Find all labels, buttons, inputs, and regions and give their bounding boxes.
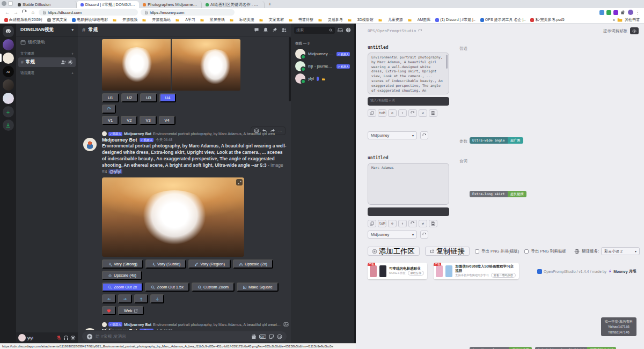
- avatar[interactable]: [83, 328, 97, 330]
- prompt-textarea[interactable]: Environmental portrait photography, by M…: [368, 53, 449, 94]
- tool-button[interactable]: [408, 109, 417, 117]
- threads-icon[interactable]: [254, 27, 259, 33]
- reroll-button[interactable]: [102, 105, 116, 114]
- avatar[interactable]: [18, 334, 26, 341]
- sidebar-item-events[interactable]: 组织活动: [16, 36, 78, 48]
- upscale-button[interactable]: U3: [140, 93, 157, 102]
- ad-button[interactable]: 课程分享: [408, 271, 425, 276]
- ad-button[interactable]: 查看二维码加群: [491, 273, 516, 278]
- bookmark-item[interactable]: A学习: [175, 17, 195, 23]
- mention[interactable]: @ylyl: [108, 169, 122, 174]
- download-apps-button[interactable]: [3, 120, 14, 131]
- bookmark-item[interactable]: 私·完美参考.psd5: [530, 17, 564, 23]
- bookmark-item[interactable]: OPS 提示词工具 名企 |..: [480, 17, 525, 23]
- channel-item-general[interactable]: # 常规: [18, 57, 76, 67]
- extension-icon[interactable]: [613, 10, 618, 15]
- server-avatar[interactable]: [3, 79, 14, 91]
- bookmark-item[interactable]: 儿童资源: [378, 17, 403, 23]
- expand-image-icon[interactable]: [236, 179, 243, 185]
- attach-plus-icon[interactable]: [86, 333, 93, 340]
- back-button[interactable]: ←: [4, 10, 10, 15]
- server-header[interactable]: DONGJIAN视觉 ▾: [16, 24, 78, 36]
- pan-arrow-button[interactable]: [150, 294, 164, 303]
- tool-button[interactable]: ↑: [398, 109, 407, 117]
- reply-reference[interactable]: ✓机器人 Midjourney Bot Environmental portra…: [102, 322, 289, 327]
- inbox-icon[interactable]: [338, 27, 343, 33]
- translate-select[interactable]: 彩云小译 2▾: [601, 247, 640, 255]
- other-bookmarks[interactable]: 其他书签: [625, 17, 640, 23]
- prompt-tag[interactable]: An ethereal scene 空灵的场景: [470, 347, 532, 349]
- grid-image-left[interactable]: [102, 39, 171, 91]
- browser-tab[interactable]: AI绘画社区关键词名作 - 飞书云: [202, 1, 265, 8]
- member-row[interactable]: niji・journey … ✓ 机器人: [291, 60, 354, 72]
- midjourney-action-button[interactable]: Vary (Subtle): [145, 259, 186, 269]
- message-author[interactable]: Midjourney Bot: [102, 328, 137, 330]
- chat-scrollbar[interactable]: [289, 37, 291, 101]
- bookmark-item[interactable]: 开源视频: [113, 17, 137, 23]
- member-row[interactable]: Midjourney Bot ✓ 机器人: [291, 48, 354, 60]
- midjourney-result-image[interactable]: [102, 177, 244, 257]
- tool-button[interactable]: [429, 220, 437, 227]
- tool-button[interactable]: ⇄: [419, 220, 427, 227]
- bookmark-item[interactable]: 竖屏壁纸: [200, 17, 225, 23]
- extension-icon[interactable]: [606, 10, 611, 15]
- user-settings-icon[interactable]: [70, 335, 76, 340]
- prompt-tag[interactable]: Extra-long skirt 超长裙摆: [470, 191, 526, 197]
- bookmark-item[interactable]: 文案素材: [259, 17, 284, 23]
- midjourney-action-button[interactable]: Vary (Region): [188, 259, 231, 269]
- invite-icon[interactable]: [61, 60, 66, 65]
- parameter-tag[interactable]: Ultra-wide angle 超广角: [470, 137, 523, 144]
- upscale-button[interactable]: U2: [121, 93, 138, 102]
- card-title[interactable]: untitled: [368, 155, 449, 160]
- url-field-right[interactable]: https://moonvy.com: [141, 9, 235, 16]
- search-input[interactable]: 搜索: [294, 27, 335, 34]
- message-author[interactable]: Midjourney Bot: [102, 137, 137, 143]
- bookmarks-overflow-chevron[interactable]: »: [613, 18, 615, 22]
- checkbox[interactable]: [524, 249, 529, 254]
- server-avatar[interactable]: [3, 53, 14, 64]
- tool-button[interactable]: [408, 220, 417, 227]
- toggle-visibility-button[interactable]: [630, 27, 639, 34]
- midjourney-zoom-button[interactable]: Custom Zoom: [192, 283, 235, 292]
- new-tab-button[interactable]: +: [267, 1, 273, 8]
- add-server-button[interactable]: +: [3, 106, 14, 117]
- extensions-puzzle-icon[interactable]: [620, 10, 626, 15]
- midjourney-action-button[interactable]: Upscale (2x): [233, 259, 273, 269]
- tool-button[interactable]: ⇄: [419, 109, 427, 117]
- ad-banner[interactable]: 广告 加微信avc368拉入SD绘画教程学习交流群 支持手机和电脑端同步学习 查…: [434, 263, 519, 279]
- midjourney-zoom-button[interactable]: Make Square: [237, 283, 279, 292]
- bookmark-item[interactable]: 古风文案: [47, 17, 67, 23]
- gif-picker-icon[interactable]: GIF: [259, 335, 266, 339]
- tool-button[interactable]: toM: [378, 220, 386, 227]
- help-icon[interactable]: [346, 27, 351, 33]
- reload-button[interactable]: [21, 10, 27, 15]
- web-button[interactable]: Web: [118, 306, 144, 315]
- sync-icon[interactable]: [418, 29, 422, 33]
- refresh-engine-button[interactable]: [420, 231, 428, 239]
- add-channel-icon[interactable]: +: [71, 52, 74, 56]
- refresh-engine-button[interactable]: [420, 131, 428, 139]
- grid-image-right[interactable]: [172, 39, 240, 91]
- midjourney-action-button[interactable]: Upscale (4x): [102, 271, 142, 280]
- favorite-button[interactable]: [102, 306, 116, 315]
- variation-button[interactable]: V3: [140, 116, 156, 125]
- moonvy-brand[interactable]: Moonvy 月维: [608, 269, 636, 274]
- home-button[interactable]: ⌂: [30, 10, 36, 15]
- variation-button[interactable]: V4: [159, 116, 175, 125]
- bookmark-item[interactable]: 开源视频站: [142, 17, 171, 23]
- pan-arrow-button[interactable]: [134, 294, 148, 303]
- ad-banner[interactable]: 广告 可变现的电影感副业 MUKE工作室 课程分享: [368, 263, 427, 279]
- member-list-icon[interactable]: [281, 27, 287, 33]
- pan-arrow-button[interactable]: [118, 294, 132, 303]
- bookmark-item[interactable]: 白嫖视频教程20G时: [4, 17, 42, 23]
- member-row[interactable]: ylyl: [291, 72, 354, 85]
- tool-button[interactable]: ⊘: [388, 109, 397, 117]
- negative-bar[interactable]: [368, 207, 449, 216]
- engine-select[interactable]: Midjourney▾: [368, 131, 417, 139]
- browser-tab[interactable]: Discord | #常规 | DONGJIAN视觉: [77, 1, 140, 8]
- bookmark-item[interactable]: 电影解说/华语电影: [72, 17, 108, 23]
- export-png-horizontal-checkbox[interactable]: 导出 PNG 并排(横版): [475, 249, 519, 254]
- browser-menu-icon[interactable]: ⋮: [635, 10, 640, 15]
- tool-button[interactable]: ↑: [398, 220, 407, 227]
- pan-arrow-button[interactable]: [102, 294, 116, 303]
